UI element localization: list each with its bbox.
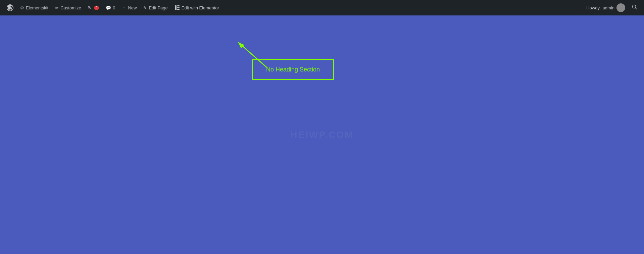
comments-icon: 💬 — [106, 5, 111, 10]
main-content: HEIWP.COM No Heading Section — [0, 15, 644, 254]
customize-icon: ✏ — [55, 5, 59, 10]
new-label: New — [128, 5, 137, 10]
howdy-section[interactable]: Howdy, admin — [583, 0, 629, 15]
svg-rect-3 — [177, 9, 180, 10]
svg-rect-0 — [175, 5, 177, 10]
customize-menu-item[interactable]: ✏ Customize — [52, 0, 84, 15]
elementskit-icon: ⚙ — [20, 5, 24, 10]
watermark-text: HEIWP.COM — [290, 130, 353, 140]
svg-marker-7 — [238, 42, 244, 48]
howdy-text: Howdy, — [586, 5, 600, 10]
wp-logo-button[interactable] — [3, 0, 17, 15]
search-icon — [632, 4, 637, 11]
comments-menu-item[interactable]: 💬 0 — [102, 0, 118, 15]
updates-count: 2 — [94, 6, 99, 10]
avatar — [616, 3, 625, 12]
elementor-icon — [175, 5, 180, 10]
admin-bar-right: Howdy, admin — [583, 0, 641, 15]
elementskit-menu-item[interactable]: ⚙ Elementskit — [17, 0, 52, 15]
admin-username: admin — [603, 5, 614, 10]
svg-rect-2 — [177, 7, 180, 8]
svg-rect-1 — [177, 5, 180, 6]
comments-count: 0 — [113, 5, 115, 10]
updates-menu-item[interactable]: ↻ 2 — [85, 0, 103, 15]
new-menu-item[interactable]: ＋ New — [118, 0, 140, 15]
updates-icon: ↻ — [88, 5, 92, 10]
edit-elementor-label: Edit with Elementor — [182, 5, 219, 10]
edit-page-icon: ✎ — [143, 5, 147, 10]
no-heading-section-box: No Heading Section — [252, 59, 334, 80]
wp-logo-icon — [7, 4, 13, 11]
no-heading-section-label: No Heading Section — [266, 66, 320, 73]
elementskit-label: Elementskit — [26, 5, 48, 10]
svg-line-5 — [636, 8, 637, 10]
search-button[interactable] — [629, 0, 641, 15]
edit-elementor-menu-item[interactable]: Edit with Elementor — [171, 0, 222, 15]
new-icon: ＋ — [122, 5, 126, 11]
admin-bar: ⚙ Elementskit ✏ Customize ↻ 2 💬 0 ＋ New … — [0, 0, 644, 15]
edit-page-menu-item[interactable]: ✎ Edit Page — [140, 0, 171, 15]
customize-label: Customize — [60, 5, 81, 10]
svg-point-4 — [633, 5, 636, 8]
edit-page-label: Edit Page — [149, 5, 167, 10]
